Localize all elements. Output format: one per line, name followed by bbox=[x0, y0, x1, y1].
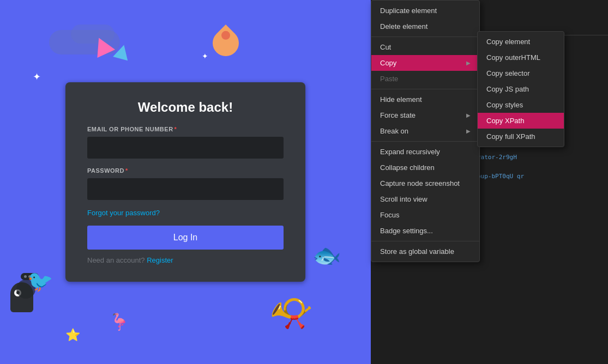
menu-divider-2 bbox=[371, 89, 479, 89]
menu-copy[interactable]: Copy ▶ bbox=[371, 55, 479, 71]
password-group: PASSWORD* bbox=[87, 167, 284, 200]
context-menu-right[interactable]: Copy element Copy outerHTML Copy selecto… bbox=[477, 31, 564, 147]
menu-copy-selector[interactable]: Copy selector bbox=[478, 65, 564, 81]
bird-shape-pink bbox=[90, 34, 115, 58]
trumpet-emoji: 📯 bbox=[269, 293, 314, 334]
menu-copy-xpath[interactable]: Copy XPath bbox=[478, 113, 564, 129]
bird-shape-blue bbox=[113, 43, 131, 60]
menu-copy-outerhtml[interactable]: Copy outerHTML bbox=[478, 50, 564, 65]
cloud-shape-2 bbox=[71, 25, 115, 44]
login-button[interactable]: Log In bbox=[87, 226, 284, 250]
login-title: Welcome back! bbox=[87, 100, 284, 115]
menu-copy-full-xpath[interactable]: Copy full XPath bbox=[478, 129, 564, 144]
menu-copy-js-path[interactable]: Copy JS path bbox=[478, 81, 564, 97]
register-link[interactable]: Register bbox=[147, 256, 173, 264]
decor-circle bbox=[16, 280, 35, 299]
sparkle-1: ✦ bbox=[33, 71, 41, 83]
force-state-arrow: ▶ bbox=[466, 112, 471, 118]
context-menu-left[interactable]: Duplicate element Delete element Cut Cop… bbox=[371, 0, 480, 262]
devtools-panel: low-2lU2A9 justifySta nter-14kD11 nowrap… bbox=[371, 0, 608, 364]
menu-paste: Paste bbox=[371, 71, 479, 87]
character-left bbox=[4, 273, 39, 312]
password-input[interactable] bbox=[87, 178, 284, 200]
submenu-arrow: ▶ bbox=[466, 60, 471, 66]
menu-divider-3 bbox=[371, 141, 479, 142]
sparkle-decor: ✦ bbox=[202, 52, 208, 60]
menu-copy-styles[interactable]: Copy styles bbox=[478, 97, 564, 113]
decor-yellow: ⭐ bbox=[65, 328, 80, 342]
cloud-shape bbox=[49, 30, 120, 54]
email-input[interactable] bbox=[87, 137, 284, 159]
menu-focus[interactable]: Focus bbox=[371, 207, 479, 223]
menu-collapse[interactable]: Collapse children bbox=[371, 160, 479, 175]
break-on-arrow: ▶ bbox=[466, 128, 471, 134]
menu-duplicate[interactable]: Duplicate element bbox=[371, 3, 479, 19]
fish-emoji: 🐟 bbox=[312, 242, 341, 269]
menu-divider-1 bbox=[371, 37, 479, 37]
email-group: EMAIL OR PHONE NUMBER* bbox=[87, 126, 284, 159]
forgot-password-link[interactable]: Forgot your password? bbox=[87, 209, 284, 217]
email-label: EMAIL OR PHONE NUMBER* bbox=[87, 126, 284, 132]
decor-shape: 🦩 bbox=[109, 312, 129, 331]
menu-divider-4 bbox=[371, 241, 479, 241]
menu-expand[interactable]: Expand recursively bbox=[371, 144, 479, 160]
menu-delete[interactable]: Delete element bbox=[371, 19, 479, 34]
menu-badge[interactable]: Badge settings... bbox=[371, 223, 479, 239]
menu-copy-element[interactable]: Copy element bbox=[478, 34, 564, 50]
decor-emoji: 🐦 bbox=[27, 269, 53, 293]
menu-store-global[interactable]: Store as global variable bbox=[371, 244, 479, 259]
register-text: Need an account? Register bbox=[87, 256, 284, 264]
login-page: ✦ 📯 🐟 🐦 ✦ ✦ 🦩 ⭐ Welcome back! bbox=[0, 0, 371, 364]
password-label: PASSWORD* bbox=[87, 167, 284, 174]
menu-cut[interactable]: Cut bbox=[371, 39, 479, 55]
login-box: Welcome back! EMAIL OR PHONE NUMBER* PAS… bbox=[65, 82, 305, 282]
menu-hide[interactable]: Hide element bbox=[371, 92, 479, 107]
menu-scroll[interactable]: Scroll into view bbox=[371, 191, 479, 207]
menu-force-state[interactable]: Force state ▶ bbox=[371, 107, 479, 123]
pizza-shape bbox=[207, 25, 244, 62]
menu-capture-screenshot[interactable]: Capture node screenshot bbox=[371, 175, 479, 191]
menu-break-on[interactable]: Break on ▶ bbox=[371, 123, 479, 139]
